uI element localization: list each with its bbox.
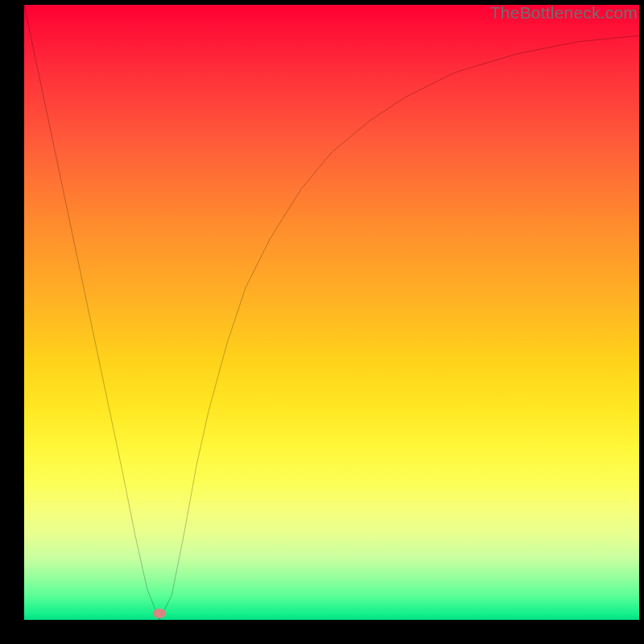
chart-frame: TheBottleneck.com <box>0 0 644 644</box>
plot-area <box>24 5 639 620</box>
optimal-marker <box>153 609 166 618</box>
watermark-text: TheBottleneck.com <box>490 3 638 23</box>
bottleneck-curve <box>24 5 639 620</box>
